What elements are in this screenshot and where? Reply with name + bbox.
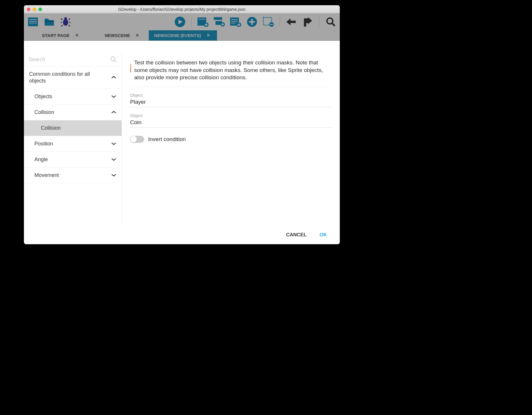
search-row: [24, 53, 122, 66]
tree-item-label: Objects: [34, 94, 52, 100]
search-icon: [110, 56, 117, 63]
tree-header-label: Common conditions for all objects: [29, 71, 105, 84]
chevron-down-icon: [111, 94, 116, 100]
cancel-button[interactable]: CANCEL: [286, 232, 307, 238]
tab-label: START PAGE: [42, 33, 69, 38]
maximize-window-icon[interactable]: [38, 8, 42, 11]
condition-tree: Common conditions for all objects Object…: [24, 66, 122, 226]
tree-item-label: Position: [34, 141, 53, 147]
toolbar: [24, 13, 340, 30]
svg-rect-2: [29, 21, 37, 22]
close-icon[interactable]: ×: [207, 32, 210, 38]
chevron-down-icon: [111, 141, 116, 147]
play-icon[interactable]: [174, 16, 186, 27]
chevron-down-icon: [111, 172, 116, 178]
add-subevent-icon[interactable]: [214, 16, 225, 27]
tree-item-label: Angle: [34, 156, 48, 163]
search-icon[interactable]: [325, 16, 336, 27]
invert-condition-toggle[interactable]: [130, 136, 144, 143]
svg-point-23: [111, 57, 115, 61]
invert-condition-label: Invert condition: [148, 136, 186, 143]
titlebar: GDevelop - /Users/florian/GDevelop proje…: [24, 5, 340, 13]
svg-point-22: [327, 18, 333, 24]
field-value: Player: [130, 99, 332, 105]
svg-point-6: [64, 17, 67, 20]
toolbar-divider: [319, 17, 319, 27]
toggle-knob: [130, 136, 137, 143]
add-comment-icon[interactable]: [230, 16, 241, 27]
project-panel-icon[interactable]: [27, 16, 38, 27]
condition-dialog: Common conditions for all objects Object…: [24, 53, 340, 244]
debug-icon[interactable]: [60, 16, 71, 27]
field-object-2[interactable]: Object Coin: [130, 108, 332, 128]
window-title: GDevelop - /Users/florian/GDevelop proje…: [24, 7, 340, 12]
condition-main-panel: Test the collision between two objects u…: [122, 53, 340, 226]
close-window-icon[interactable]: [27, 8, 30, 11]
tree-item-label: Collision: [34, 109, 54, 115]
sprite-preview-icon: [130, 64, 131, 72]
tree-item-collision-group[interactable]: Collision: [24, 105, 122, 120]
svg-rect-11: [214, 17, 222, 20]
svg-point-5: [63, 19, 68, 26]
tree-item-label: Movement: [34, 172, 59, 178]
tab-newscene-events[interactable]: NEWSCENE (EVENTS) ×: [149, 30, 217, 41]
undo-icon[interactable]: [286, 16, 297, 27]
field-object-1[interactable]: Object Player: [130, 88, 332, 107]
redo-icon[interactable]: [302, 16, 313, 27]
chevron-up-icon: [111, 74, 116, 80]
tree-item-objects[interactable]: Objects: [24, 89, 122, 105]
tab-label: NEWSCENE: [105, 33, 130, 38]
tab-start-page[interactable]: START PAGE ×: [37, 30, 85, 41]
condition-sidebar: Common conditions for all objects Object…: [24, 53, 122, 226]
svg-rect-1: [29, 19, 37, 20]
tree-header-common[interactable]: Common conditions for all objects: [24, 66, 122, 89]
field-value: Coin: [130, 119, 332, 126]
tab-label: NEWSCENE (EVENTS): [154, 33, 201, 38]
minimize-window-icon[interactable]: [33, 8, 36, 11]
field-label: Object: [130, 93, 332, 98]
condition-description: Test the collision between two objects u…: [134, 59, 332, 81]
tree-item-position[interactable]: Position: [24, 136, 122, 152]
toolbar-divider: [191, 17, 192, 27]
ok-button[interactable]: OK: [320, 232, 327, 238]
svg-rect-0: [28, 17, 38, 26]
toolbar-divider: [280, 17, 280, 27]
svg-rect-4: [45, 21, 54, 22]
tab-bar: START PAGE × NEWSCENE × NEWSCENE (EVENTS…: [24, 30, 340, 41]
svg-rect-15: [231, 19, 238, 20]
close-icon[interactable]: ×: [75, 32, 78, 38]
app-window: GDevelop - /Users/florian/GDevelop proje…: [24, 5, 340, 244]
field-label: Object: [130, 113, 332, 118]
tree-item-angle[interactable]: Angle: [24, 152, 122, 168]
svg-rect-3: [29, 23, 37, 23]
chevron-down-icon: [111, 156, 116, 163]
window-controls: [27, 8, 42, 11]
svg-rect-9: [199, 19, 205, 20]
add-event-icon[interactable]: [197, 16, 209, 27]
svg-rect-16: [231, 21, 238, 22]
tree-item-label: Collision: [41, 125, 61, 131]
tab-newscene[interactable]: NEWSCENE ×: [99, 30, 146, 41]
open-folder-icon[interactable]: [44, 16, 55, 27]
invert-condition-row: Invert condition: [130, 129, 332, 143]
condition-description-row: Test the collision between two objects u…: [130, 59, 332, 87]
dialog-footer: CANCEL OK: [24, 226, 340, 244]
delete-icon[interactable]: [263, 16, 274, 27]
svg-rect-17: [231, 23, 235, 23]
tree-item-collision[interactable]: Collision: [24, 120, 122, 136]
chevron-up-icon: [111, 109, 116, 115]
search-input[interactable]: [29, 57, 108, 63]
tree-item-movement[interactable]: Movement: [24, 168, 122, 183]
close-icon[interactable]: ×: [136, 32, 139, 38]
add-icon[interactable]: [246, 16, 258, 27]
